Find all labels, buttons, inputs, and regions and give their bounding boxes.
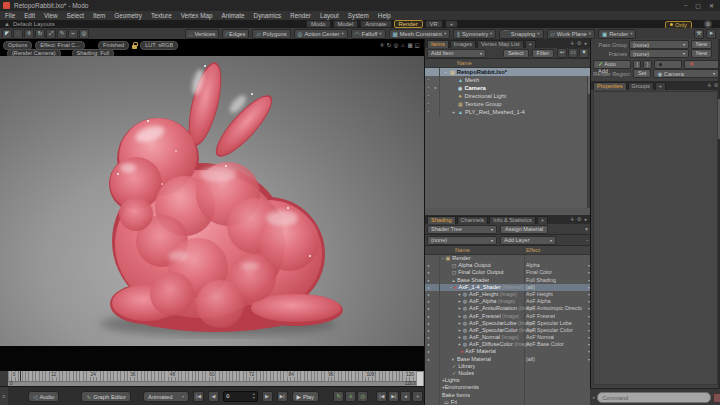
shader-row-axf-specularlobe[interactable]: ●+◍AxF_SpecularLobe (Image)AxF Specular … [425, 320, 591, 327]
next-key-icon[interactable]: ▶| [388, 391, 399, 402]
layer-effect[interactable]: Alpha [526, 262, 540, 269]
arrow-right-icon[interactable]: ▸ [583, 216, 589, 222]
view-dropdown[interactable]: Shader Tree▾ [427, 225, 497, 234]
go-end-icon[interactable]: ▶| [277, 391, 288, 402]
shader-row-axf-material[interactable]: ●●AxF Material▾ [425, 348, 591, 355]
undo-icon[interactable]: ↩ [557, 48, 567, 58]
menu-layout[interactable]: Layout [320, 12, 339, 19]
maximize-button[interactable]: ▢ [695, 2, 701, 9]
visibility-dot-icon[interactable] [425, 384, 432, 391]
shader-row-axf-specularcolor[interactable]: ●+◍AxF_SpecularColor (Image)AxF Specular… [425, 327, 591, 334]
shader-filter-icon[interactable]: ▼ [584, 226, 589, 232]
toolbar-work-plane-button[interactable]: ▱Work Plane▾ [547, 29, 595, 39]
filter-dropdown[interactable]: (none)▾ [427, 236, 497, 245]
expander-icon[interactable]: - [442, 256, 444, 261]
toolbar-polygons-button[interactable]: ▱Polygons [252, 29, 290, 39]
visibility-dot-icon[interactable]: ● [425, 277, 432, 284]
home-icon[interactable]: ▲ [4, 21, 10, 27]
next-frame-icon[interactable]: ▶ [262, 391, 273, 402]
visibility-dot-icon[interactable]: ● [425, 341, 432, 348]
items-tab-item[interactable]: + [525, 40, 536, 48]
shader-row-fri[interactable]: ▭Fri [425, 399, 591, 405]
expander-icon[interactable]: - [450, 285, 452, 290]
shader-row-final-color-output[interactable]: ●◻Final Color OutputFinal Color▾ [425, 269, 591, 276]
auto-add-button[interactable]: ✓ Auto Add [593, 60, 631, 69]
item-row-retoporabbit-lxo[interactable]: •-▤RetopoRabbit.lxo* [425, 68, 591, 76]
layout-corner-icon[interactable]: ≡ [0, 387, 8, 405]
properties-tab-item[interactable]: + [655, 82, 666, 90]
menu-select[interactable]: Select [67, 12, 85, 19]
layer-effect[interactable]: (all) [526, 284, 535, 291]
menu-system[interactable]: System [348, 12, 369, 19]
name-column-header[interactable]: Name [457, 60, 472, 66]
pen-icon[interactable]: ✎ [57, 29, 67, 39]
visibility-dot-icon[interactable] [425, 392, 432, 399]
audio-button[interactable]: ◁Audio [28, 391, 59, 402]
cursor-icon[interactable]: ➤ [706, 29, 716, 39]
shader-row-alpha-output[interactable]: ●◻Alpha OutputAlpha▾ [425, 262, 591, 269]
visibility-dot-icon[interactable] [425, 370, 432, 377]
select-button[interactable]: Select [503, 49, 529, 58]
visibility-dot-icon[interactable]: ● [425, 269, 432, 276]
render-dot-icon[interactable] [432, 68, 439, 76]
render-dot-icon[interactable] [432, 76, 439, 84]
visibility-dot-icon[interactable]: ● [425, 284, 432, 291]
layer-effect[interactable]: AxF Alpha [526, 298, 551, 305]
shader-row-base-shader[interactable]: ●◒Base ShaderFull Shading▾ [425, 277, 591, 284]
item-row-texture-group[interactable]: •▦Texture Group [425, 100, 591, 108]
minimize-button[interactable]: – [684, 2, 687, 9]
pass-group-new-button[interactable]: New [691, 40, 712, 49]
shader-row-axf-diffusecolor[interactable]: ●+◍AxF_DiffuseColor (Image)AxF Base Colo… [425, 341, 591, 348]
expander-icon[interactable]: + [458, 299, 461, 304]
shader-row-environments[interactable]: +Environments [425, 384, 591, 391]
zoom-icon[interactable]: ◎ [393, 42, 399, 50]
visibility-dot-icon[interactable]: • [425, 68, 432, 76]
item-row-ply-red-meshed-1-4[interactable]: •+▲PLY_Red_Meshed_1-4 [425, 108, 591, 116]
lasso-icon[interactable]: ◌ [13, 29, 23, 39]
toolbar-vertices-button[interactable]: ∴Vertices [185, 29, 219, 39]
expander-icon[interactable]: + [458, 328, 461, 333]
wrench-icon[interactable]: ⚒ [694, 29, 704, 39]
character-icon[interactable]: ♙ [345, 391, 356, 402]
items-tab-items[interactable]: Items [427, 40, 449, 48]
menu-vertex-map[interactable]: Vertex Map [181, 12, 213, 19]
render-dot-icon[interactable]: ● [432, 84, 439, 92]
play-button[interactable]: ▶Play [292, 391, 320, 402]
go-start-icon[interactable]: |◀ [193, 391, 204, 402]
item-row-directional-light[interactable]: •☀Directional Light [425, 92, 591, 100]
discard-button[interactable]: ✕ Discard [684, 60, 719, 69]
command-input[interactable] [597, 392, 711, 403]
clock-icon[interactable]: ◷ [357, 391, 368, 402]
visibility-dot-icon[interactable] [425, 363, 432, 370]
menu-help[interactable]: Help [378, 12, 391, 19]
collapse-icon[interactable]: − [586, 237, 589, 243]
shader-row-bake-items[interactable]: Bake Items [425, 392, 591, 399]
layout-tab-render[interactable]: Render [394, 20, 423, 28]
shading-tab-channels[interactable]: Channels [457, 216, 489, 224]
prev-key-icon[interactable]: |◀ [376, 391, 387, 402]
layer-effect[interactable]: AxF Height [526, 291, 553, 298]
playhead-marker[interactable] [20, 371, 21, 381]
current-frame-field[interactable]: ▲▼ [223, 391, 257, 402]
shader-row-library[interactable]: ✓Library [425, 363, 591, 370]
toolbar-falloff-button[interactable]: ◠Falloff▾ [351, 29, 386, 39]
visibility-dot-icon[interactable] [425, 377, 432, 384]
shader-row-axf-fresnel[interactable]: ●+◍AxF_Fresnel (Image)AxF Fresnel▾ [425, 313, 591, 320]
render-camera-dropdown[interactable]: ◉ Camera▾ [653, 69, 719, 78]
render-preview-area[interactable] [0, 56, 424, 346]
layer-effect[interactable]: AxF Specular Lobe [526, 320, 572, 327]
menu-edit[interactable]: Edit [24, 12, 35, 19]
shader-row-lights[interactable]: +Lights [425, 377, 591, 384]
render-dot-icon[interactable] [432, 100, 439, 108]
visibility-dot-icon[interactable] [425, 399, 432, 405]
expander-icon[interactable]: + [458, 335, 461, 340]
prev-frame-icon[interactable]: ◀ [208, 391, 219, 402]
key-next-button[interactable]: ⟩ [643, 60, 651, 69]
expander-icon[interactable]: + [458, 342, 461, 347]
visibility-dot-icon[interactable]: ● [425, 313, 432, 320]
key-record-icon[interactable]: ● [400, 391, 411, 402]
frame-spinner[interactable]: ▲▼ [252, 393, 256, 400]
close-button[interactable]: ✕ [709, 2, 714, 9]
expander-icon[interactable]: + [458, 314, 461, 319]
timeline-ruler[interactable]: 01224364860728496108120 [8, 371, 418, 381]
